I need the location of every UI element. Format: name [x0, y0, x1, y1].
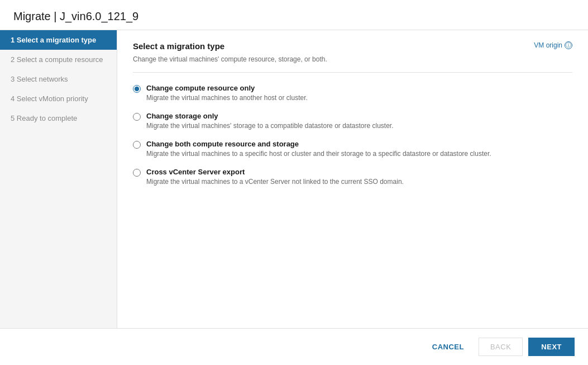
- sidebar-item-step5[interactable]: 5 Ready to complete: [0, 108, 117, 128]
- section-divider: [133, 72, 572, 73]
- option-text-opt4: Cross vCenter Server exportMigrate the v…: [146, 168, 404, 186]
- content-area: Select a migration type VM origin ⓘ Chan…: [117, 30, 588, 328]
- next-button[interactable]: NEXT: [528, 338, 575, 356]
- sidebar-item-step3[interactable]: 3 Select networks: [0, 69, 117, 89]
- option-text-opt3: Change both compute resource and storage…: [146, 140, 491, 158]
- option-label-opt4: Cross vCenter Server export: [146, 168, 404, 176]
- cancel-button[interactable]: CANCEL: [423, 338, 473, 355]
- option-desc-opt3: Migrate the virtual machines to a specif…: [146, 150, 491, 158]
- option-text-opt1: Change compute resource onlyMigrate the …: [146, 84, 308, 102]
- title-text: Migrate | J_vin6.0_121_9: [13, 10, 138, 22]
- sidebar-item-step4[interactable]: 4 Select vMotion priority: [0, 89, 117, 108]
- migration-option-opt4[interactable]: Cross vCenter Server exportMigrate the v…: [133, 168, 572, 186]
- option-label-opt3: Change both compute resource and storage: [146, 140, 491, 148]
- main-layout: 1 Select a migration type2 Select a comp…: [0, 30, 588, 328]
- content-title: Select a migration type: [133, 41, 224, 51]
- option-label-opt1: Change compute resource only: [146, 84, 308, 92]
- radio-opt1[interactable]: [133, 85, 141, 93]
- radio-opt2[interactable]: [133, 113, 141, 121]
- content-header: Select a migration type VM origin ⓘ: [133, 41, 572, 51]
- vm-origin-label: VM origin: [534, 41, 562, 49]
- option-label-opt2: Change storage only: [146, 112, 394, 120]
- back-button[interactable]: BACK: [479, 338, 523, 356]
- migration-option-opt2[interactable]: Change storage onlyMigrate the virtual m…: [133, 112, 572, 130]
- migration-option-opt1[interactable]: Change compute resource onlyMigrate the …: [133, 84, 572, 102]
- page-title: Migrate | J_vin6.0_121_9: [0, 0, 588, 30]
- option-text-opt2: Change storage onlyMigrate the virtual m…: [146, 112, 394, 130]
- vm-origin-link[interactable]: VM origin ⓘ: [534, 41, 572, 49]
- migration-option-opt3[interactable]: Change both compute resource and storage…: [133, 140, 572, 158]
- radio-opt4[interactable]: [133, 169, 141, 177]
- sidebar-item-step2[interactable]: 2 Select a compute resource: [0, 50, 117, 69]
- info-icon: ⓘ: [565, 41, 572, 49]
- sidebar-item-step1: 1 Select a migration type: [0, 30, 117, 50]
- option-desc-opt4: Migrate the virtual machines to a vCente…: [146, 178, 404, 186]
- content-subtitle: Change the virtual machines' compute res…: [133, 55, 572, 63]
- sidebar: 1 Select a migration type2 Select a comp…: [0, 30, 117, 328]
- option-desc-opt2: Migrate the virtual machines' storage to…: [146, 122, 394, 130]
- migration-options: Change compute resource onlyMigrate the …: [133, 84, 572, 186]
- option-desc-opt1: Migrate the virtual machines to another …: [146, 94, 308, 102]
- radio-opt3[interactable]: [133, 141, 141, 149]
- footer: CANCEL BACK NEXT: [0, 328, 588, 365]
